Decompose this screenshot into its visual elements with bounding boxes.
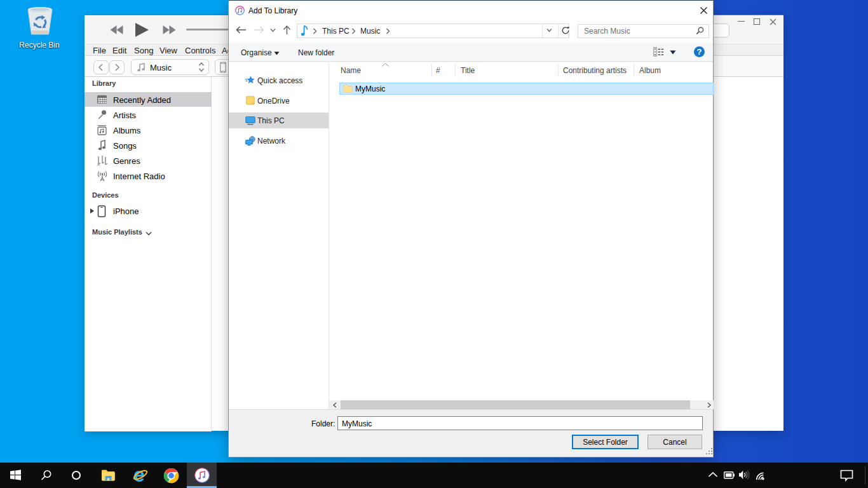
- svg-text:A: A: [97, 163, 100, 166]
